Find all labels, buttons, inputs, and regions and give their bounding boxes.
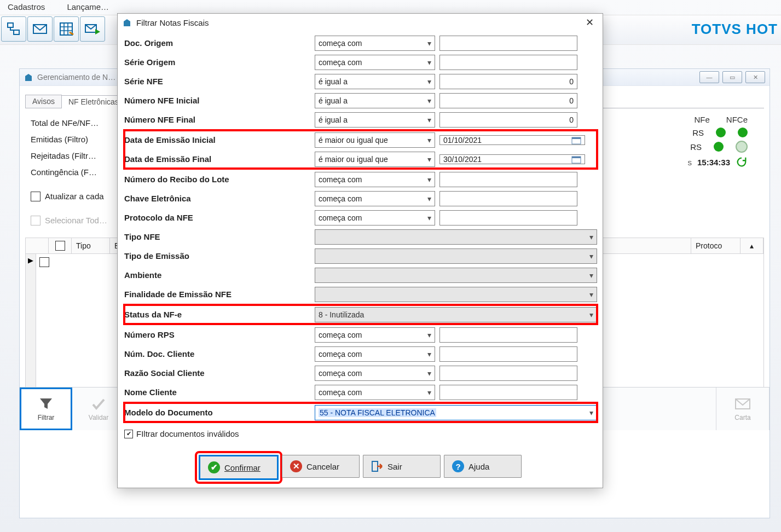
grid-row-check[interactable] <box>39 257 49 267</box>
label-finalidade: Finalidade de Emissão NFE <box>124 290 310 299</box>
tab-avisos[interactable]: Avisos <box>25 95 62 108</box>
cancel-icon: ✕ <box>290 460 302 472</box>
check-filtrar-invalidos[interactable]: ✔ FIltrar documentos inválidos <box>124 429 239 438</box>
check-selecionar-label: Selecionar Tod… <box>45 212 107 229</box>
select-status-nfe[interactable]: 8 - Inutilizada▾ <box>315 307 597 322</box>
select-tipo-nfe[interactable]: ▾ <box>315 229 597 245</box>
action-filtrar[interactable]: Filtrar <box>20 388 72 430</box>
status-rs1-label: RS <box>692 128 704 137</box>
label-num-doc-cliente: Núm. Doc. Cliente <box>124 349 310 358</box>
maximize-button[interactable]: ▭ <box>722 71 742 83</box>
op-num-nfe-inicial[interactable]: é igual a▾ <box>315 93 435 108</box>
input-chave[interactable] <box>439 191 577 206</box>
label-serie-nfe: Série NFE <box>124 77 310 86</box>
op-razao-social[interactable]: começa com▾ <box>315 366 435 381</box>
toolbar-btn-2[interactable] <box>27 16 53 42</box>
input-data-emissao-inicial[interactable]: 01/10/2021 <box>443 136 482 144</box>
op-num-doc-cliente[interactable]: começa com▾ <box>315 346 435 362</box>
status-head-nfe: NFe <box>694 115 709 124</box>
status-rs2-label: RS <box>690 142 702 152</box>
input-num-doc-cliente[interactable] <box>439 346 577 362</box>
tab-nf-eletronicas[interactable]: NF Eletrônicas <box>61 95 126 108</box>
menu-lancamentos[interactable]: Lançame… <box>67 2 109 11</box>
summary-emitidas: Emitidas (Filtro) <box>31 131 107 148</box>
help-icon: ? <box>452 460 464 472</box>
brand-text: TOTVS HOT <box>692 21 780 38</box>
input-protocolo[interactable] <box>439 210 577 225</box>
minimize-button[interactable]: — <box>699 71 719 83</box>
status-dot-nfce-2 <box>736 141 748 153</box>
svg-rect-7 <box>124 21 130 26</box>
label-ambiente: Ambiente <box>124 270 310 280</box>
op-serie-nfe[interactable]: é igual a▾ <box>315 74 435 89</box>
label-chave: Chave Eletrônica <box>124 194 310 203</box>
menu-cadastros[interactable]: Cadastros <box>8 2 45 11</box>
input-serie-nfe[interactable] <box>439 74 577 89</box>
confirmar-button[interactable]: ✔ Confirmar <box>199 455 279 480</box>
label-nome-cliente: Nome Cliente <box>124 388 310 397</box>
highlight-data-emissao: Data de Emissão Inicial é maior ou igual… <box>124 130 597 169</box>
main-window: Cadastros Lançame… TOTVS HOT Gerenciamen… <box>0 0 781 532</box>
checkmark-icon: ✔ <box>124 430 133 438</box>
dialog-action-bar: ✔ Confirmar ✕ Cancelar Sair ? Ajuda <box>118 455 603 480</box>
ajuda-button[interactable]: ? Ajuda <box>444 455 522 478</box>
grid-select-col <box>26 238 49 253</box>
op-rps[interactable]: começa com▾ <box>315 327 435 343</box>
dialog-close-button[interactable]: ✕ <box>580 15 599 30</box>
label-modelo-documento: Modelo do Documento <box>124 408 310 417</box>
close-button[interactable]: ✕ <box>745 71 765 83</box>
op-doc-origem[interactable]: começa com▾ <box>315 36 435 51</box>
input-doc-origem[interactable] <box>439 36 577 51</box>
label-razao-social: Razão Social Cliente <box>124 368 310 378</box>
action-filtrar-label: Filtrar <box>38 414 55 421</box>
input-nome-cliente[interactable] <box>439 385 577 400</box>
op-protocolo[interactable]: começa com▾ <box>315 210 435 225</box>
sair-button[interactable]: Sair <box>363 455 441 478</box>
chevron-down-icon: ▾ <box>427 39 431 48</box>
op-num-nfe-final[interactable]: é igual a▾ <box>315 112 435 128</box>
status-dot-nfce-1 <box>738 128 748 137</box>
calendar-icon[interactable] <box>571 136 581 144</box>
op-data-emissao-inicial[interactable]: é maior ou igual que▾ <box>315 132 435 148</box>
select-finalidade[interactable]: ▾ <box>315 287 597 302</box>
op-nome-cliente[interactable]: começa com▾ <box>315 385 435 400</box>
input-num-nfe-final[interactable] <box>439 112 577 128</box>
toolbar-btn-4[interactable] <box>80 16 105 42</box>
select-tipo-emissao[interactable]: ▾ <box>315 248 597 264</box>
toolbar-btn-1[interactable] <box>1 16 26 42</box>
op-recibo-lote[interactable]: começa com▾ <box>315 172 435 187</box>
calendar-icon[interactable] <box>571 155 581 164</box>
op-serie-origem[interactable]: começa com▾ <box>315 55 435 70</box>
grid-checkall[interactable] <box>55 241 65 251</box>
child-window-title: Gerenciamento de N… <box>37 73 115 82</box>
exit-icon <box>371 460 383 472</box>
op-chave[interactable]: começa com▾ <box>315 191 435 206</box>
check-selecionar <box>31 216 41 225</box>
grid-col-tipo[interactable]: Tipo <box>72 238 110 253</box>
status-head-nfce: NFCe <box>726 115 748 124</box>
label-rps: Número RPS <box>124 330 310 339</box>
toolbar-btn-3[interactable] <box>54 16 79 42</box>
grid-col-up-icon[interactable]: ▴ <box>740 238 763 253</box>
input-rps[interactable] <box>439 327 577 343</box>
label-num-nfe-final: Número NFE Final <box>124 115 310 124</box>
select-modelo-documento[interactable]: 55 - NOTA FISCAL ELETRONICA▾ <box>315 405 597 420</box>
label-tipo-nfe: Tipo NFE <box>124 232 310 241</box>
op-data-emissao-final[interactable]: é maior ou igual que▾ <box>315 152 435 167</box>
input-serie-origem[interactable] <box>439 55 577 70</box>
input-razao-social[interactable] <box>439 366 577 381</box>
refresh-icon[interactable] <box>736 156 748 168</box>
check-atualizar[interactable] <box>31 192 41 201</box>
input-num-nfe-inicial[interactable] <box>439 93 577 108</box>
dialog-title: Filtrar Notas Fiscais <box>136 18 209 27</box>
check-selecionar-row: Selecionar Tod… <box>31 212 107 229</box>
label-protocolo: Protocolo da NFE <box>124 213 310 222</box>
summary-rejeitadas: Rejeitadas (Filtr… <box>31 148 107 164</box>
input-data-emissao-final[interactable]: 30/10/2021 <box>443 155 482 164</box>
cancelar-button[interactable]: ✕ Cancelar <box>282 455 360 478</box>
label-doc-origem: Doc. Origem <box>124 38 310 48</box>
select-ambiente[interactable]: ▾ <box>315 268 597 283</box>
window-controls: — ▭ ✕ <box>699 71 765 83</box>
grid-col-protoco[interactable]: Protoco <box>691 238 740 253</box>
input-recibo-lote[interactable] <box>439 172 577 187</box>
